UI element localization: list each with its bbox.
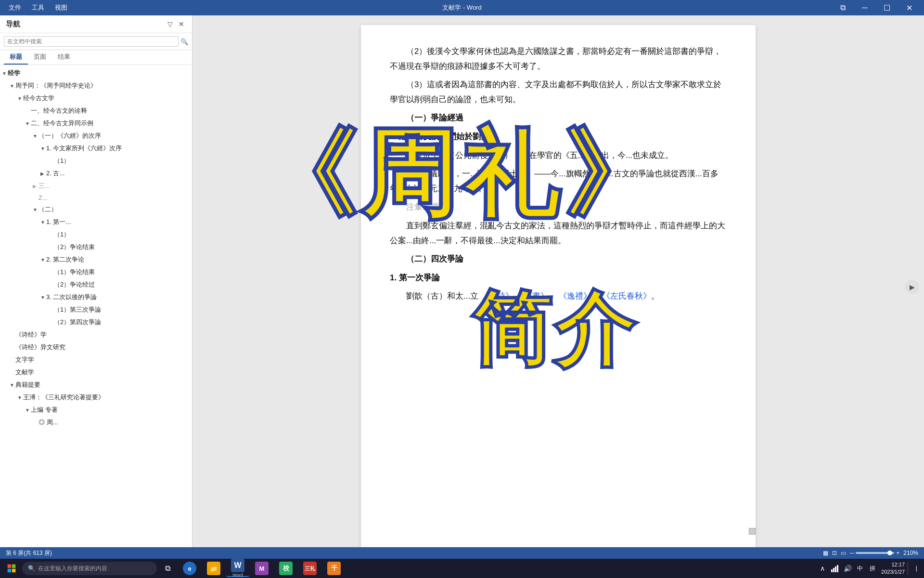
restore-button[interactable]: ⧉	[832, 0, 854, 15]
svg-rect-1	[12, 565, 16, 568]
sidebar-header: 导航 ▽ ✕	[0, 15, 192, 33]
tree-item-liujing-order[interactable]: ▼ （一）《六經》的次序	[0, 130, 192, 142]
menu-view[interactable]: 视图	[50, 1, 72, 14]
tray-ime-pin[interactable]: 拼	[867, 562, 878, 575]
taskbar-app-filemanager[interactable]: 📁	[202, 560, 225, 577]
tree-item-third[interactable]: （1）第三次爭論	[0, 303, 192, 316]
sidebar-control-buttons: ▽ ✕	[166, 19, 186, 29]
tree-item-jingxue[interactable]: ▼ 经学	[0, 67, 192, 79]
tree-item-fourth[interactable]: （2）第四次爭論	[0, 316, 192, 328]
tree-item-zhouyutong[interactable]: ▼ 周予同：《周予同经学史论》	[0, 79, 192, 92]
tree-label: 经学	[8, 69, 20, 78]
taskbar-app-edraw[interactable]: M	[250, 560, 273, 577]
app-icon-sanli: 三礼	[303, 562, 317, 575]
tree-item-jinwen-order[interactable]: ▼ 1. 今文家所列《六經》次序	[0, 142, 192, 155]
tree-item-zlresult[interactable]: （1）争论结果	[0, 266, 192, 278]
taskview-button[interactable]: ⧉	[158, 560, 177, 577]
tree-label: 2. 第二次争论	[46, 255, 84, 264]
app-icon-edraw: M	[255, 562, 269, 575]
tree-item-wenzixue[interactable]: 文字学	[0, 354, 192, 366]
doc-section-2: （二）四次爭論	[390, 252, 727, 267]
clock-date: 2023/1/27	[881, 568, 905, 576]
status-right: ▦ ⊡ ▭ ─ + 210%	[823, 550, 918, 556]
tree-item-three[interactable]: ▶ 三...	[0, 180, 192, 192]
tree-label: 1. 第一...	[46, 218, 71, 226]
tray-network-icon[interactable]	[829, 562, 841, 575]
tree-label: 文献学	[15, 368, 34, 377]
tree-item-zlprocess[interactable]: （2）争论经过	[0, 278, 192, 291]
tree-arrow: ▼	[25, 121, 31, 126]
minimize-button[interactable]: ─	[854, 0, 876, 15]
search-button[interactable]: 🔍	[180, 38, 188, 45]
taskbar-search-bar[interactable]: 🔍 在这里输入你要搜索的内容	[22, 562, 157, 575]
status-page-info: 第 6 屏(共 613 屏)	[6, 549, 52, 557]
zoom-plus[interactable]: +	[896, 550, 899, 556]
taskbar-app-jiaomian[interactable]: 校	[274, 560, 297, 577]
tray-expand-icon[interactable]: ∧	[817, 562, 828, 575]
system-clock[interactable]: 12:17 2023/1/27	[879, 561, 907, 576]
doc-link-zuoshi[interactable]: 《左氏春秋》	[602, 291, 651, 301]
doc-section-1: （一）爭論經過	[390, 111, 727, 126]
tree-label: 文字学	[15, 355, 34, 364]
doc-paragraph-5: 注暈... 羲...	[390, 200, 727, 215]
tree-label: 典籍提要	[15, 381, 40, 389]
tree-item-wenxianxue[interactable]: 文献学	[0, 366, 192, 379]
tree-item-wangpu[interactable]: ▼ 王溥：《三礼研究论著提要》	[0, 391, 192, 404]
doc-link-maoshi[interactable]: 《毛詩》	[481, 291, 513, 301]
tree-label: （2）第四次爭論	[54, 318, 101, 327]
tree-item-yitong[interactable]: ▼ 二、经今古文异同示例	[0, 117, 192, 130]
tree-item-after-second[interactable]: ▼ 3. 二次以後的爭論	[0, 291, 192, 303]
zoom-minus[interactable]: ─	[850, 550, 854, 556]
tree-item-sub2-end[interactable]: （2）争论结束	[0, 241, 192, 253]
tree-label: 三...	[38, 182, 50, 190]
tree-item-shangbian[interactable]: ▼ 上编 专著	[0, 404, 192, 416]
tree-item-zhou[interactable]: ◎ 周...	[0, 416, 192, 429]
tab-headings[interactable]: 标题	[4, 50, 28, 65]
tray-volume-icon[interactable]: 🔊	[842, 562, 853, 575]
tree-item-dier[interactable]: ▼ 2. 第二次争论	[0, 253, 192, 266]
doc-link-yili[interactable]: 《逸禮》	[559, 291, 591, 301]
close-button[interactable]: ✕	[898, 0, 920, 15]
search-input[interactable]	[4, 36, 179, 47]
tree-item-shijing-yiwen[interactable]: 《诗经》异文研究	[0, 341, 192, 354]
sidebar-collapse-button[interactable]: ▽	[166, 19, 175, 29]
tree-item-guwen[interactable]: ▶ 2. 古...	[0, 167, 192, 180]
tree-item-dianjitiyao[interactable]: ▼ 典籍提要	[0, 379, 192, 391]
sidebar-close-button[interactable]: ✕	[177, 19, 186, 29]
taskbar-app-word[interactable]: W Word	[226, 560, 249, 577]
doc-heading-2: 1. 第一次爭論	[390, 271, 727, 286]
doc-link-shu[interactable]: 《書》	[524, 291, 549, 301]
tab-results[interactable]: 结果	[52, 50, 76, 65]
taskbar-app-sanli[interactable]: 三礼	[298, 560, 321, 577]
tree-label: （2）争论结束	[54, 243, 95, 251]
tree-item-shijing[interactable]: 《诗经》学	[0, 328, 192, 341]
show-desktop-button[interactable]: ▕	[908, 562, 919, 575]
tree-item-1[interactable]: （1）	[0, 155, 192, 167]
sidebar-title: 导航	[6, 20, 20, 29]
taskbar-app-qianbaitu[interactable]: 千	[322, 560, 346, 577]
tree-item-z[interactable]: Z...	[0, 192, 192, 203]
doc-paragraph-2: （3）這或者因為這部書的內容、文字及出處都不夠取信於人，所以古文學家不敢求立於學…	[390, 78, 727, 107]
menu-tools[interactable]: 工具	[27, 1, 49, 14]
tree-item-er[interactable]: ▼ （二）	[0, 203, 192, 216]
maximize-button[interactable]: ☐	[876, 0, 898, 15]
app-icon-word: W	[231, 559, 244, 572]
app-label-word: Word	[232, 573, 243, 578]
tree-label: 周予同：《周予同经学史论》	[15, 81, 97, 90]
start-button[interactable]	[2, 560, 21, 577]
word-app-indicator: W Word	[231, 559, 244, 578]
tree-arrow: ▼	[10, 382, 15, 388]
tree-item-sub1[interactable]: （1）	[0, 228, 192, 241]
tree-label: （1）	[54, 157, 70, 165]
zoom-slider[interactable]	[856, 552, 894, 554]
tree-item-jinjingwenxue[interactable]: ▼ 经今古文学	[0, 92, 192, 105]
tree-item-diyi[interactable]: ▼ 1. 第一...	[0, 216, 192, 228]
svg-rect-3	[12, 569, 16, 573]
tab-pages[interactable]: 页面	[28, 50, 52, 65]
tray-ime-zh[interactable]: 中	[854, 562, 866, 575]
tree-item-zhuanshi[interactable]: 一、经今古文的诠释	[0, 105, 192, 117]
svg-rect-2	[8, 569, 12, 573]
taskbar-app-bbs[interactable]: e	[178, 560, 201, 577]
menu-file[interactable]: 文件	[4, 1, 26, 14]
nav-arrow-right[interactable]: ▶	[905, 280, 919, 294]
